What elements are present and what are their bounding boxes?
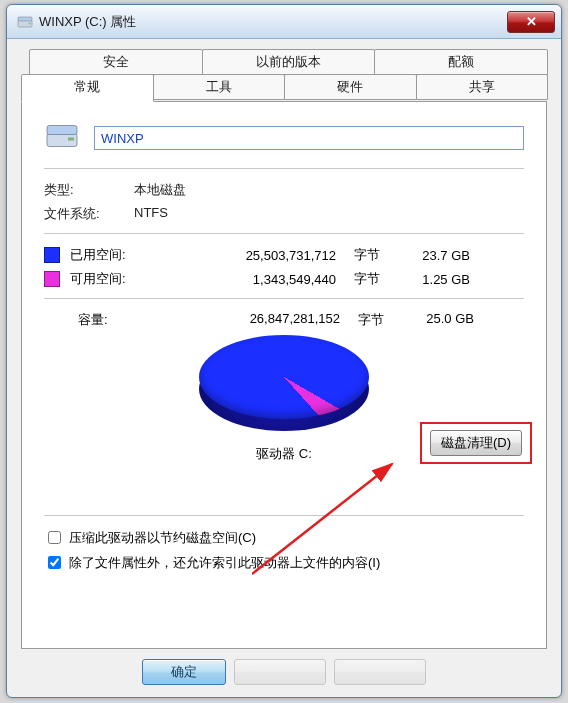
- titlebar[interactable]: WINXP (C:) 属性 ✕: [7, 5, 561, 39]
- tab-previous-versions[interactable]: 以前的版本: [202, 49, 376, 75]
- free-bytes: 1,343,549,440: [166, 272, 336, 287]
- tab-general[interactable]: 常规: [21, 74, 154, 102]
- drive-letter-label: 驱动器 C:: [256, 445, 312, 463]
- disk-cleanup-button[interactable]: 磁盘清理(D): [430, 430, 522, 456]
- properties-dialog: WINXP (C:) 属性 ✕ 安全 以前的版本 配额 常规 工具 硬件 共享: [6, 4, 562, 698]
- used-size: 23.7 GB: [380, 248, 470, 263]
- free-size: 1.25 GB: [380, 272, 470, 287]
- compress-checkbox[interactable]: [48, 531, 61, 544]
- tab-sharing[interactable]: 共享: [416, 74, 549, 100]
- capacity-size: 25.0 GB: [384, 311, 474, 329]
- drive-icon: [17, 14, 33, 30]
- used-swatch: [44, 247, 60, 263]
- drive-name-input[interactable]: [94, 126, 524, 150]
- dialog-buttons: 确定: [21, 659, 547, 685]
- capacity-bytes: 26,847,281,152: [170, 311, 340, 329]
- separator: [44, 233, 524, 234]
- pie-graphic: [199, 335, 369, 431]
- svg-point-2: [29, 22, 31, 24]
- capacity-unit: 字节: [340, 311, 384, 329]
- client-area: 安全 以前的版本 配额 常规 工具 硬件 共享: [7, 39, 561, 681]
- used-bytes: 25,503,731,712: [166, 248, 336, 263]
- separator: [44, 168, 524, 169]
- annotation-highlight: 磁盘清理(D): [420, 422, 532, 464]
- separator: [44, 515, 524, 516]
- free-swatch: [44, 271, 60, 287]
- capacity-label: 容量:: [78, 311, 170, 329]
- compress-label[interactable]: 压缩此驱动器以节约磁盘空间(C): [69, 529, 256, 547]
- used-unit: 字节: [336, 246, 380, 264]
- svg-rect-1: [18, 17, 32, 21]
- apply-button-obscured[interactable]: [334, 659, 426, 685]
- separator: [44, 298, 524, 299]
- cancel-button-obscured[interactable]: [234, 659, 326, 685]
- window-title: WINXP (C:) 属性: [39, 13, 507, 31]
- free-unit: 字节: [336, 270, 380, 288]
- used-label: 已用空间:: [70, 246, 166, 264]
- close-icon: ✕: [526, 14, 537, 29]
- filesystem-label: 文件系统:: [44, 205, 134, 223]
- close-button[interactable]: ✕: [507, 11, 555, 33]
- svg-rect-5: [68, 138, 74, 141]
- filesystem-value: NTFS: [134, 205, 254, 223]
- index-checkbox[interactable]: [48, 556, 61, 569]
- tab-tools[interactable]: 工具: [153, 74, 286, 100]
- tab-control: 安全 以前的版本 配额 常规 工具 硬件 共享: [21, 49, 547, 669]
- drive-large-icon: [44, 118, 80, 158]
- index-label[interactable]: 除了文件属性外，还允许索引此驱动器上文件的内容(I): [69, 554, 380, 572]
- type-label: 类型:: [44, 181, 134, 199]
- type-value: 本地磁盘: [134, 181, 254, 199]
- tab-page-general: 类型: 本地磁盘 文件系统: NTFS 已用空间: 25,503,731,712…: [21, 101, 547, 649]
- tab-quota[interactable]: 配额: [374, 49, 548, 75]
- free-label: 可用空间:: [70, 270, 166, 288]
- tab-hardware[interactable]: 硬件: [284, 74, 417, 100]
- ok-button[interactable]: 确定: [142, 659, 226, 685]
- svg-rect-4: [47, 126, 77, 135]
- tab-security[interactable]: 安全: [29, 49, 203, 75]
